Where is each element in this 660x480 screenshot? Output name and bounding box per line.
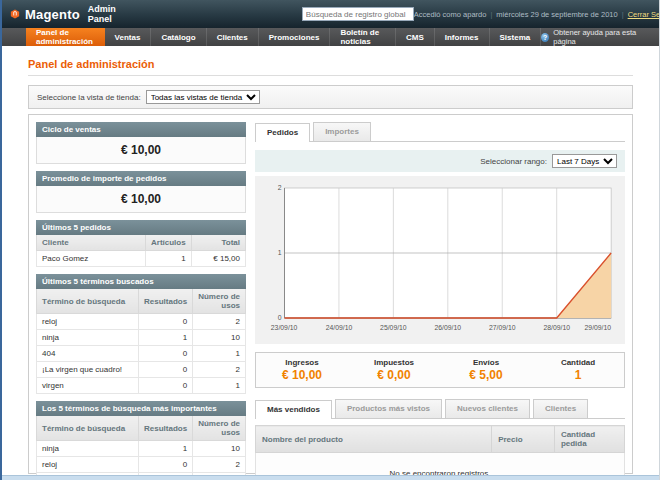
- stat-label: Envíos: [440, 358, 532, 367]
- range-select[interactable]: Last 7 Days: [552, 154, 617, 168]
- table-cell: 404: [37, 346, 139, 362]
- table-cell: 1: [193, 378, 246, 394]
- y-tick-label: 0: [278, 314, 282, 321]
- store-view-bar: Seleccione la vista de tienda: Todas las…: [28, 85, 633, 109]
- magento-logo[interactable]: Magento Admin Panel: [10, 4, 122, 24]
- nav-item-promociones[interactable]: Promociones: [259, 28, 331, 46]
- brand-name: Magento: [25, 7, 80, 22]
- magento-admin-window: Magento Admin Panel Accedió como apardo …: [0, 0, 660, 480]
- stat-value: € 10,00: [256, 368, 348, 382]
- widget-title: Los 5 términos de búsqueda más important…: [36, 401, 246, 416]
- last-search-terms-widget: Últimos 5 términos buscados Término de b…: [36, 274, 246, 394]
- logout-link[interactable]: Cerrar Sesión: [628, 10, 660, 19]
- nav-item-panel-de-administraci-n[interactable]: Panel de administración: [26, 28, 105, 46]
- tab-nuevos-clientes[interactable]: Nuevos clientes: [445, 399, 530, 418]
- stat-label: Ingresos: [256, 358, 348, 367]
- table-cell: € 15,00: [191, 251, 245, 267]
- table-row[interactable]: virgen01: [37, 378, 246, 394]
- nav-item-cat-logo[interactable]: Catálogo: [151, 28, 206, 46]
- tab-m-s-vendidos[interactable]: Más vendidos: [255, 400, 332, 419]
- column-header: Cantidad pedida: [554, 426, 624, 453]
- y-tick-label: 1: [278, 249, 282, 256]
- table-row[interactable]: 40401: [37, 346, 246, 362]
- logged-in-as: Accedió como apardo: [414, 10, 487, 19]
- nav-items: Panel de administraciónVentasCatálogoCli…: [26, 28, 541, 46]
- table-cell: 10: [193, 330, 246, 346]
- store-view-select[interactable]: Todas las vistas de tienda: [146, 90, 260, 104]
- bottom-tabs: Más vendidosProductos más vistosNuevos c…: [255, 399, 625, 419]
- stat-label: Impuestos: [348, 358, 440, 367]
- brand-suffix: Admin Panel: [88, 4, 122, 24]
- widget-title: Últimos 5 pedidos: [36, 220, 246, 235]
- top-search-terms-table: Término de búsquedaResultadosNúmero de u…: [36, 416, 246, 480]
- last-orders-table: ClienteArtículosTotalPaco Gomez1€ 15,00: [36, 235, 246, 267]
- x-tick-label: 23/09/10: [271, 324, 298, 331]
- table-cell: 1: [139, 330, 193, 346]
- stat-ingresos: Ingresos€ 10,00: [256, 358, 348, 382]
- tab-pedidos[interactable]: Pedidos: [255, 123, 310, 142]
- x-tick-label: 28/09/10: [543, 324, 570, 331]
- table-cell: 0: [139, 314, 193, 330]
- nav-item-informes[interactable]: Informes: [435, 28, 490, 46]
- window-bottom-edge: [2, 475, 659, 480]
- tab-clientes[interactable]: Clientes: [533, 399, 588, 418]
- magento-logo-icon: [10, 6, 20, 22]
- column-header: Resultados: [139, 289, 193, 314]
- stat-impuestos: Impuestos€ 0,00: [348, 358, 440, 382]
- main-nav: Panel de administraciónVentasCatálogoCli…: [2, 28, 659, 46]
- table-cell: reloj: [37, 314, 139, 330]
- table-row[interactable]: reloj02: [37, 457, 246, 473]
- table-cell: ninja: [37, 330, 139, 346]
- column-header: Total: [191, 235, 245, 251]
- last-search-terms-table: Término de búsquedaResultadosNúmero de u…: [36, 289, 246, 394]
- nav-item-cms[interactable]: CMS: [396, 28, 435, 46]
- column-header: Cliente: [37, 235, 146, 251]
- table-cell: virgen: [37, 378, 139, 394]
- widget-title: Ciclo de ventas: [36, 122, 246, 137]
- help-icon: ?: [541, 33, 549, 42]
- table-row[interactable]: ninja110: [37, 441, 246, 457]
- table-cell: 2: [193, 457, 246, 473]
- range-selector-bar: Seleccionar rango: Last 7 Days: [255, 150, 625, 172]
- tab-importes[interactable]: Importes: [313, 122, 371, 141]
- avg-order-value: € 10,00: [36, 186, 246, 213]
- help-label: Obtener ayuda para esta página: [553, 28, 649, 46]
- nav-item-bolet-n-de-noticias[interactable]: Boletín de noticias: [330, 28, 396, 46]
- tab-productos-m-s-vistos[interactable]: Productos más vistos: [335, 399, 442, 418]
- help-link[interactable]: ? Obtener ayuda para esta página: [541, 28, 659, 46]
- widget-title: Últimos 5 términos buscados: [36, 274, 246, 289]
- column-header: Artículos: [145, 235, 191, 251]
- current-date: miércoles 29 de septiembre de 2010: [496, 10, 617, 19]
- dashboard-panel: Ciclo de ventas € 10,00 Promedio de impo…: [28, 114, 633, 474]
- table-row[interactable]: ¡La virgen que cuadro!02: [37, 362, 246, 378]
- stat-value: 1: [532, 368, 624, 382]
- app-header: Magento Admin Panel Accedió como apardo …: [2, 0, 659, 28]
- table-cell: 0: [139, 346, 193, 362]
- meta-separator: |: [490, 10, 492, 19]
- nav-item-clientes[interactable]: Clientes: [207, 28, 259, 46]
- table-row[interactable]: reloj02: [37, 314, 246, 330]
- x-tick-label: 27/09/10: [489, 324, 516, 331]
- avg-order-widget: Promedio de importe de pedidos € 10,00: [36, 171, 246, 213]
- column-header: Precio: [492, 426, 555, 453]
- global-search-input[interactable]: [302, 7, 414, 21]
- table-row[interactable]: Paco Gomez1€ 15,00: [37, 251, 246, 267]
- meta-separator: |: [622, 10, 624, 19]
- table-row[interactable]: ninja110: [37, 330, 246, 346]
- nav-item-ventas[interactable]: Ventas: [105, 28, 152, 46]
- table-cell: reloj: [37, 457, 139, 473]
- stat-label: Cantidad: [532, 358, 624, 367]
- table-cell: 0: [139, 378, 193, 394]
- table-cell: 0: [139, 457, 193, 473]
- nav-item-sistema[interactable]: Sistema: [490, 28, 542, 46]
- column-header: Nombre del producto: [256, 426, 492, 453]
- bestsellers-table: Nombre del productoPrecioCantidad pedida…: [255, 425, 625, 480]
- table-cell: Paco Gomez: [37, 251, 146, 267]
- y-tick-label: 2: [278, 184, 282, 191]
- orders-chart: 01223/09/1024/09/1025/09/1026/09/1027/09…: [255, 176, 625, 344]
- column-header: Término de búsqueda: [37, 416, 139, 441]
- table-cell: 10: [193, 441, 246, 457]
- store-view-label: Seleccione la vista de tienda:: [37, 93, 141, 102]
- column-header: Número de usos: [193, 416, 246, 441]
- chart-tabs: PedidosImportes: [255, 122, 625, 142]
